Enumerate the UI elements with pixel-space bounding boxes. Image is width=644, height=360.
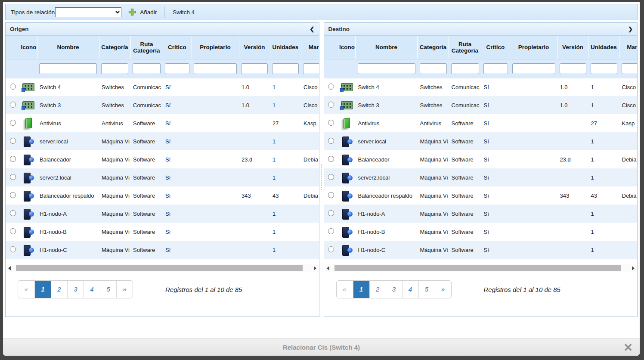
page-prev-button[interactable]: « [18, 281, 34, 298]
page-button-3[interactable]: 3 [386, 281, 402, 298]
table-row[interactable]: Balanceador respaldoMáquina ViSoftwareSí… [6, 186, 319, 205]
row-select-radio[interactable] [328, 102, 334, 108]
table-row[interactable]: H1-nodo-AMáquina ViSoftwareSí1 [324, 205, 638, 223]
row-select-radio[interactable] [10, 174, 16, 180]
column-header-categor-a[interactable]: Categoría [418, 36, 449, 59]
filter-input-cr-tico[interactable] [483, 63, 508, 74]
column-header-unidades[interactable]: Unidades [270, 36, 301, 59]
filter-input-categor-a[interactable] [420, 63, 447, 74]
table-row[interactable]: H1-nodo-CMáquina ViSoftwareSí1 [324, 241, 638, 259]
filter-input-versi-n[interactable] [560, 63, 586, 74]
table-row[interactable]: Switch 3SwitchesComunicacSí1.01Cisco [324, 96, 638, 114]
table-row[interactable]: server2.localMáquina ViSoftwareSí1 [6, 168, 319, 186]
table-row[interactable]: H1-nodo-AMáquina ViSoftwareSí1 [6, 205, 319, 223]
column-header-versi-n[interactable]: Versión [557, 36, 588, 59]
row-select-radio[interactable] [328, 156, 334, 162]
row-select-radio[interactable] [10, 156, 16, 162]
collapse-right-icon[interactable]: ❯ [628, 26, 633, 32]
page-button-2[interactable]: 2 [51, 281, 67, 298]
add-relation-button[interactable]: Añadir [128, 8, 157, 16]
row-select-radio[interactable] [10, 246, 16, 252]
filter-input-propietario[interactable] [512, 63, 555, 74]
row-select-radio[interactable] [328, 192, 334, 198]
table-row[interactable]: server.localMáquina ViSoftwareSí1 [324, 132, 638, 150]
scroll-right-arrow-icon[interactable] [629, 264, 636, 272]
row-select-radio[interactable] [10, 192, 16, 198]
row-select-radio[interactable] [10, 138, 16, 144]
row-select-radio[interactable] [10, 84, 16, 90]
filter-input-cr-tico[interactable] [165, 63, 189, 74]
row-select-radio[interactable] [10, 102, 16, 108]
table-row[interactable]: H1-nodo-CMáquina ViSoftwareSí1 [6, 241, 319, 259]
row-select-radio[interactable] [10, 120, 16, 126]
column-header-versi-n[interactable]: Versión [239, 36, 270, 59]
column-header-cr-tico[interactable]: Crítico [481, 36, 510, 59]
table-row[interactable]: AntivirusAntivirusSoftwareSí27Kasp [6, 114, 319, 132]
row-select-radio[interactable] [328, 228, 334, 234]
page-button-5[interactable]: 5 [418, 281, 435, 298]
column-header-propietario[interactable]: Propietario [192, 36, 239, 59]
table-row[interactable]: BalanceadorMáquina ViSoftwareSí23.d1Debi… [6, 150, 319, 168]
page-button-1[interactable]: 1 [34, 281, 51, 298]
page-next-button[interactable]: » [116, 281, 133, 298]
table-row[interactable]: H1-nodo-BMáquina ViSoftwareSí1 [6, 223, 319, 241]
filter-input-unidades[interactable] [272, 63, 299, 74]
page-button-2[interactable]: 2 [369, 281, 386, 298]
column-header-ruta-categor-a[interactable]: Ruta Categoría [130, 36, 163, 59]
table-row[interactable]: AntivirusAntivirusSoftwareSí27Kasp [324, 114, 638, 132]
column-header-propietario[interactable]: Propietario [510, 36, 557, 59]
page-button-3[interactable]: 3 [67, 281, 84, 298]
page-button-1[interactable]: 1 [353, 281, 369, 298]
table-row[interactable]: server2.localMáquina ViSoftwareSí1 [324, 168, 638, 186]
origen-horizontal-scrollbar[interactable] [6, 264, 318, 272]
scroll-left-arrow-icon[interactable] [325, 264, 332, 272]
table-row[interactable]: server.localMáquina ViSoftwareSí1 [6, 132, 319, 150]
relation-type-select[interactable] [55, 7, 121, 17]
row-select-radio[interactable] [10, 228, 16, 234]
table-row[interactable]: Switch 3SwitchesComunicacSí1.01Cisco [6, 96, 319, 114]
filter-input-marca[interactable] [303, 63, 319, 74]
page-prev-button[interactable]: « [337, 281, 353, 298]
row-select-radio[interactable] [328, 174, 334, 180]
table-row[interactable]: Switch 4SwitchesComunicacSí1.01Cisco [6, 78, 319, 96]
column-header-cr-tico[interactable]: Crítico [163, 36, 192, 59]
row-select-radio[interactable] [328, 84, 334, 90]
scrollbar-thumb[interactable] [16, 265, 303, 271]
scroll-left-arrow-icon[interactable] [6, 264, 13, 272]
page-next-button[interactable]: » [435, 281, 451, 298]
filter-input-nombre[interactable] [358, 63, 415, 74]
destino-horizontal-scrollbar[interactable] [325, 264, 637, 272]
filter-input-categor-a[interactable] [101, 63, 128, 74]
page-button-5[interactable]: 5 [100, 281, 116, 298]
close-icon[interactable]: ✕ [623, 341, 633, 354]
table-row[interactable]: BalanceadorMáquina ViSoftwareSí23.d1Debi… [324, 150, 638, 168]
row-select-radio[interactable] [328, 138, 334, 144]
filter-input-ruta-categor-a[interactable] [451, 63, 479, 74]
filter-input-ruta-categor-a[interactable] [133, 63, 161, 74]
panel-resize-handle[interactable] [319, 22, 324, 317]
table-row[interactable]: Balanceador respaldoMáquina ViSoftwareSí… [324, 186, 638, 205]
filter-input-marca[interactable] [622, 63, 638, 74]
column-header-unidades[interactable]: Unidades [588, 36, 619, 59]
scroll-right-arrow-icon[interactable] [311, 264, 318, 272]
column-header-ruta-categor-a[interactable]: Ruta Categoría [449, 36, 481, 59]
row-select-radio[interactable] [10, 210, 16, 216]
scrollbar-thumb[interactable] [334, 265, 621, 271]
column-header-marca[interactable]: Marca [301, 36, 319, 59]
column-header-nombre[interactable]: Nombre [37, 36, 99, 59]
filter-input-nombre[interactable] [39, 63, 97, 74]
row-select-radio[interactable] [328, 210, 334, 216]
filter-input-unidades[interactable] [591, 63, 617, 74]
column-header-nombre[interactable]: Nombre [356, 36, 418, 59]
page-button-4[interactable]: 4 [84, 281, 100, 298]
column-header-categor-a[interactable]: Categoría [99, 36, 130, 59]
row-select-radio[interactable] [328, 246, 334, 252]
row-select-radio[interactable] [328, 120, 334, 126]
page-button-4[interactable]: 4 [402, 281, 418, 298]
table-row[interactable]: Switch 4SwitchesComunicacSí1.01Cisco [324, 78, 638, 96]
filter-input-propietario[interactable] [194, 63, 237, 74]
column-header-marca[interactable]: Marca [619, 36, 638, 59]
collapse-left-icon[interactable]: ❮ [310, 26, 315, 32]
filter-input-versi-n[interactable] [241, 63, 268, 74]
table-row[interactable]: H1-nodo-BMáquina ViSoftwareSí1 [324, 223, 638, 241]
